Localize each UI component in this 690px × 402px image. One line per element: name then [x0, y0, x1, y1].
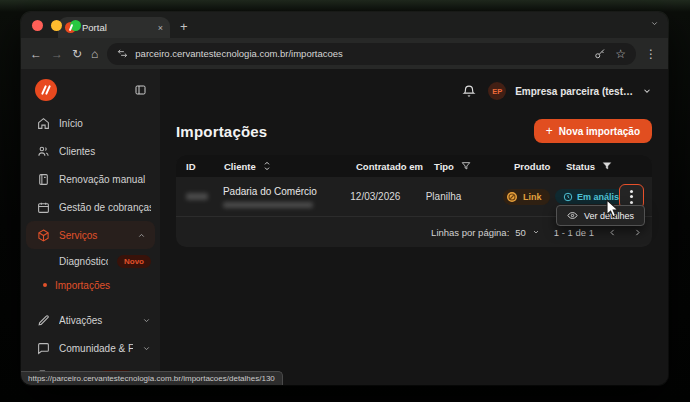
- sidebar-item-importacoes[interactable]: Importações: [21, 273, 160, 297]
- tab-title: Portal: [82, 22, 152, 33]
- coin-icon: [506, 191, 518, 203]
- collapse-sidebar-icon[interactable]: [134, 84, 147, 96]
- browser-toolbar: ← → ↻ ⌂ parceiro.cervantestecnologia.com…: [21, 38, 668, 69]
- site-info-icon[interactable]: [117, 48, 128, 59]
- chevron-up-icon: [137, 231, 146, 240]
- app-content: Início Clientes Renovação manual Gestão …: [21, 69, 668, 385]
- column-header-status: Status: [556, 161, 620, 172]
- new-tab-button[interactable]: +: [180, 19, 188, 34]
- plus-icon: +: [546, 125, 553, 137]
- sidebar-item-clientes[interactable]: Clientes: [21, 137, 160, 165]
- sidebar-item-gestao-cobrancas[interactable]: Gestão de cobranças: [21, 193, 160, 221]
- sidebar-item-label: Clientes: [59, 146, 151, 157]
- row-date-cell: 12/03/2026: [340, 191, 415, 202]
- chevron-down-icon: [532, 228, 540, 236]
- page-title: Importações: [176, 123, 267, 140]
- browser-tab-strip: Portal × +: [21, 12, 668, 38]
- product-badge: Link: [503, 189, 550, 205]
- chevron-down-icon: [142, 316, 151, 325]
- calendar-icon: [37, 201, 50, 214]
- main-panel: EP Empresa parceira (test… Importações +…: [160, 69, 668, 385]
- row-id-cell: [176, 193, 213, 200]
- chevron-down-icon: [142, 344, 151, 353]
- row-type-cell: Planilha: [416, 191, 493, 202]
- bookmark-star-icon[interactable]: ☆: [615, 47, 626, 61]
- sidebar-item-label: Diagnóstico Fiscal: [59, 256, 108, 267]
- table-header-row: ID Cliente Contratado em Tipo Produto St…: [176, 155, 652, 177]
- back-icon[interactable]: ←: [30, 48, 42, 60]
- sidebar: Início Clientes Renovação manual Gestão …: [21, 69, 160, 385]
- cube-icon: [37, 229, 50, 242]
- close-tab-icon[interactable]: ×: [158, 23, 163, 33]
- forward-icon[interactable]: →: [51, 48, 63, 60]
- address-bar[interactable]: parceiro.cervantestecnologia.com.br/impo…: [107, 43, 636, 65]
- browser-status-bar: https://parceiro.cervantestecnologia.com…: [21, 371, 283, 385]
- row-client-cell: Padaria do Comércio: [213, 186, 340, 208]
- column-header-tipo: Tipo: [424, 161, 504, 172]
- close-window-button[interactable]: [32, 20, 43, 31]
- users-icon: [37, 145, 50, 158]
- rows-per-page-value: 50: [515, 227, 526, 238]
- chat-icon: [37, 342, 50, 355]
- new-import-label: Nova importação: [559, 126, 640, 137]
- notebook-icon: [37, 173, 50, 186]
- minimize-window-button[interactable]: [51, 20, 62, 31]
- sidebar-item-label: Importações: [55, 280, 151, 291]
- column-header-produto: Produto: [504, 161, 556, 172]
- url-text[interactable]: parceiro.cervantestecnologia.com.br/impo…: [135, 48, 587, 59]
- sidebar-item-label: Serviços: [59, 230, 128, 241]
- rows-per-page-label: Linhas por página:: [431, 227, 509, 238]
- next-page-icon[interactable]: [633, 228, 642, 237]
- account-name[interactable]: Empresa parceira (test…: [515, 86, 633, 97]
- clock-icon: [563, 192, 573, 202]
- status-link-text: https://parceiro.cervantestecnologia.com…: [28, 374, 275, 383]
- redacted-client-doc: [223, 202, 313, 208]
- browser-menu-icon[interactable]: ⋮: [645, 47, 659, 61]
- app-header: EP Empresa parceira (test…: [176, 69, 652, 107]
- context-menu-item-ver-detalhes[interactable]: Ver detalhes: [584, 211, 634, 221]
- column-header-cliente[interactable]: Cliente: [214, 161, 346, 172]
- window-controls: [32, 20, 81, 31]
- rows-per-page-select[interactable]: Linhas por página: 50: [431, 227, 540, 238]
- sidebar-item-ativacoes[interactable]: Ativações: [21, 306, 160, 334]
- novo-badge: Novo: [117, 255, 151, 268]
- account-avatar[interactable]: EP: [488, 82, 506, 100]
- browser-window: Portal × + ← → ↻ ⌂ parceiro.cervantestec…: [21, 12, 668, 385]
- context-menu: Ver detalhes: [556, 205, 645, 226]
- client-name: Padaria do Comércio: [223, 186, 317, 197]
- active-dot: [43, 283, 47, 287]
- redacted-id: [186, 193, 208, 200]
- app-logo: [35, 79, 57, 101]
- sidebar-item-servicos[interactable]: Serviços: [26, 221, 155, 249]
- filter-filled-icon[interactable]: [602, 161, 612, 171]
- previous-page-icon[interactable]: [608, 228, 617, 237]
- pagination-range: 1 - 1 de 1: [554, 227, 594, 238]
- sidebar-item-inicio[interactable]: Início: [21, 109, 160, 137]
- sidebar-item-label: Comunidade & Feedback: [59, 343, 133, 354]
- tab-search-chevron-icon[interactable]: [650, 19, 659, 28]
- imports-table-card: ID Cliente Contratado em Tipo Produto St…: [176, 155, 652, 247]
- new-import-button[interactable]: + Nova importação: [534, 119, 652, 143]
- sidebar-item-renovacao-manual[interactable]: Renovação manual: [21, 165, 160, 193]
- row-status-cell: Em análise: [545, 189, 609, 204]
- chevron-down-icon[interactable]: [642, 86, 652, 96]
- column-header-contratado-em: Contratado em: [346, 161, 424, 172]
- pen-icon: [37, 314, 50, 327]
- sidebar-item-label: Ativações: [59, 315, 133, 326]
- sidebar-item-diagnostico-fiscal[interactable]: Diagnóstico Fiscal Novo: [21, 249, 160, 273]
- filter-outline-icon[interactable]: [461, 161, 471, 171]
- sidebar-item-label: Início: [59, 118, 151, 129]
- sort-icon[interactable]: [263, 161, 271, 171]
- sidebar-item-label: Renovação manual: [59, 174, 151, 185]
- row-product-cell: Link: [493, 189, 545, 205]
- sidebar-item-label: Gestão de cobranças: [59, 202, 151, 213]
- home-icon[interactable]: ⌂: [91, 48, 98, 60]
- eye-icon: [567, 210, 578, 221]
- reload-icon[interactable]: ↻: [72, 48, 82, 60]
- home-icon: [37, 117, 50, 130]
- column-header-id: ID: [176, 161, 214, 172]
- password-key-icon[interactable]: [594, 48, 606, 60]
- notifications-bell-icon[interactable]: [462, 84, 476, 98]
- sidebar-item-comunidade-feedback[interactable]: Comunidade & Feedback: [21, 334, 160, 362]
